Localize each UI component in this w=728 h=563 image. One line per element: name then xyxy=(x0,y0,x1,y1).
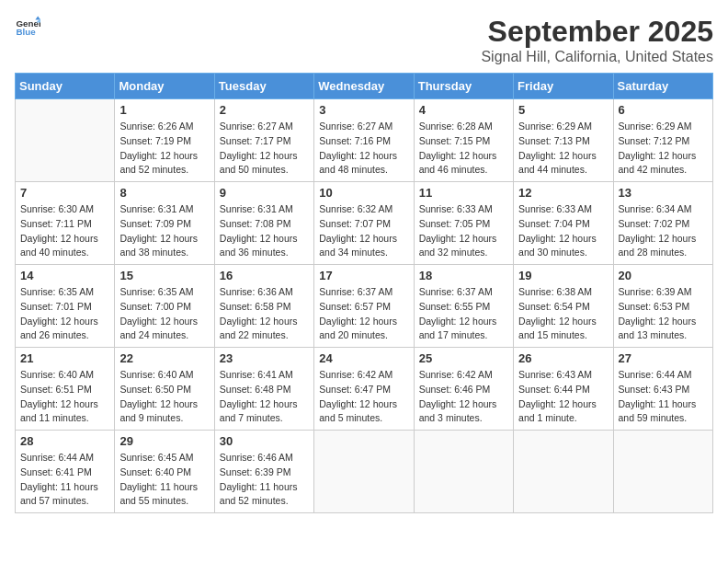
calendar-day-cell: 15Sunrise: 6:35 AM Sunset: 7:00 PM Dayli… xyxy=(115,265,214,348)
day-of-week-header: Wednesday xyxy=(314,74,414,99)
day-number: 23 xyxy=(220,351,309,365)
day-number: 8 xyxy=(119,186,209,200)
day-number: 30 xyxy=(220,434,309,448)
day-info: Sunrise: 6:31 AM Sunset: 7:09 PM Dayligh… xyxy=(119,202,209,260)
calendar-day-cell: 21Sunrise: 6:40 AM Sunset: 6:51 PM Dayli… xyxy=(16,348,115,431)
day-info: Sunrise: 6:33 AM Sunset: 7:05 PM Dayligh… xyxy=(419,202,508,260)
day-info: Sunrise: 6:34 AM Sunset: 7:02 PM Dayligh… xyxy=(619,202,708,260)
calendar-day-cell: 6Sunrise: 6:29 AM Sunset: 7:12 PM Daylig… xyxy=(613,99,712,182)
calendar-week-row: 7Sunrise: 6:30 AM Sunset: 7:11 PM Daylig… xyxy=(16,182,713,265)
calendar-day-cell: 18Sunrise: 6:37 AM Sunset: 6:55 PM Dayli… xyxy=(414,265,513,348)
day-number: 1 xyxy=(119,103,209,117)
calendar-day-cell: 22Sunrise: 6:40 AM Sunset: 6:50 PM Dayli… xyxy=(115,348,214,431)
day-number: 15 xyxy=(119,269,209,282)
calendar-day-cell: 27Sunrise: 6:44 AM Sunset: 6:43 PM Dayli… xyxy=(613,348,712,431)
day-info: Sunrise: 6:40 AM Sunset: 6:51 PM Dayligh… xyxy=(20,368,109,426)
month-title: September 2025 xyxy=(481,15,713,49)
day-info: Sunrise: 6:37 AM Sunset: 6:57 PM Dayligh… xyxy=(319,285,408,343)
calendar-day-cell: 13Sunrise: 6:34 AM Sunset: 7:02 PM Dayli… xyxy=(613,182,712,265)
day-number: 24 xyxy=(319,351,408,365)
day-of-week-header: Sunday xyxy=(16,74,115,99)
calendar-day-cell xyxy=(16,99,115,182)
calendar-day-cell: 16Sunrise: 6:36 AM Sunset: 6:58 PM Dayli… xyxy=(214,265,313,348)
day-of-week-header: Thursday xyxy=(414,74,513,99)
day-info: Sunrise: 6:42 AM Sunset: 6:47 PM Dayligh… xyxy=(319,368,408,426)
calendar-day-cell: 26Sunrise: 6:43 AM Sunset: 6:44 PM Dayli… xyxy=(514,348,613,431)
calendar-day-cell: 1Sunrise: 6:26 AM Sunset: 7:19 PM Daylig… xyxy=(115,99,214,182)
day-number: 2 xyxy=(220,103,309,117)
day-info: Sunrise: 6:29 AM Sunset: 7:12 PM Dayligh… xyxy=(619,120,708,178)
day-number: 10 xyxy=(319,186,408,200)
calendar-day-cell: 23Sunrise: 6:41 AM Sunset: 6:48 PM Dayli… xyxy=(214,348,313,431)
day-number: 18 xyxy=(419,269,508,282)
day-number: 11 xyxy=(419,186,508,200)
calendar-day-cell: 9Sunrise: 6:31 AM Sunset: 7:08 PM Daylig… xyxy=(214,182,313,265)
day-number: 20 xyxy=(619,269,708,282)
calendar-week-row: 28Sunrise: 6:44 AM Sunset: 6:41 PM Dayli… xyxy=(16,431,713,513)
day-info: Sunrise: 6:33 AM Sunset: 7:04 PM Dayligh… xyxy=(518,202,608,260)
day-number: 7 xyxy=(20,186,109,200)
day-number: 4 xyxy=(419,103,508,117)
day-number: 13 xyxy=(619,186,708,200)
day-number: 6 xyxy=(619,103,708,117)
day-number: 22 xyxy=(119,351,209,365)
day-info: Sunrise: 6:44 AM Sunset: 6:43 PM Dayligh… xyxy=(619,368,708,426)
day-of-week-header: Saturday xyxy=(613,74,712,99)
calendar-week-row: 14Sunrise: 6:35 AM Sunset: 7:01 PM Dayli… xyxy=(16,265,713,348)
day-of-week-header: Friday xyxy=(514,74,613,99)
calendar-body: 1Sunrise: 6:26 AM Sunset: 7:19 PM Daylig… xyxy=(16,99,713,513)
day-info: Sunrise: 6:35 AM Sunset: 7:00 PM Dayligh… xyxy=(119,285,209,343)
calendar-day-cell xyxy=(414,431,513,513)
day-of-week-header: Tuesday xyxy=(214,74,313,99)
calendar-day-cell: 19Sunrise: 6:38 AM Sunset: 6:54 PM Dayli… xyxy=(514,265,613,348)
title-area: September 2025 Signal Hill, California, … xyxy=(481,15,713,65)
day-info: Sunrise: 6:26 AM Sunset: 7:19 PM Dayligh… xyxy=(119,120,209,178)
day-info: Sunrise: 6:30 AM Sunset: 7:11 PM Dayligh… xyxy=(20,202,109,260)
logo: General Blue xyxy=(15,15,40,40)
day-info: Sunrise: 6:45 AM Sunset: 6:40 PM Dayligh… xyxy=(119,451,209,509)
day-info: Sunrise: 6:39 AM Sunset: 6:53 PM Dayligh… xyxy=(619,285,708,343)
calendar-day-cell xyxy=(314,431,414,513)
svg-text:Blue: Blue xyxy=(16,27,36,37)
day-number: 21 xyxy=(20,351,109,365)
day-number: 19 xyxy=(518,269,608,282)
calendar-day-cell: 5Sunrise: 6:29 AM Sunset: 7:13 PM Daylig… xyxy=(514,99,613,182)
calendar-table: SundayMondayTuesdayWednesdayThursdayFrid… xyxy=(15,73,713,513)
day-number: 9 xyxy=(220,186,309,200)
calendar-week-row: 1Sunrise: 6:26 AM Sunset: 7:19 PM Daylig… xyxy=(16,99,713,182)
page-header: General Blue September 2025 Signal Hill,… xyxy=(15,15,713,65)
day-number: 12 xyxy=(518,186,608,200)
calendar-day-cell xyxy=(514,431,613,513)
day-info: Sunrise: 6:38 AM Sunset: 6:54 PM Dayligh… xyxy=(518,285,608,343)
day-number: 27 xyxy=(619,351,708,365)
day-info: Sunrise: 6:29 AM Sunset: 7:13 PM Dayligh… xyxy=(518,120,608,178)
calendar-day-cell xyxy=(613,431,712,513)
day-number: 28 xyxy=(20,434,109,448)
day-info: Sunrise: 6:27 AM Sunset: 7:16 PM Dayligh… xyxy=(319,120,408,178)
calendar-day-cell: 17Sunrise: 6:37 AM Sunset: 6:57 PM Dayli… xyxy=(314,265,414,348)
day-info: Sunrise: 6:35 AM Sunset: 7:01 PM Dayligh… xyxy=(20,285,109,343)
day-info: Sunrise: 6:31 AM Sunset: 7:08 PM Dayligh… xyxy=(220,202,309,260)
day-info: Sunrise: 6:27 AM Sunset: 7:17 PM Dayligh… xyxy=(220,120,309,178)
day-number: 17 xyxy=(319,269,408,282)
day-info: Sunrise: 6:36 AM Sunset: 6:58 PM Dayligh… xyxy=(220,285,309,343)
calendar-day-cell: 7Sunrise: 6:30 AM Sunset: 7:11 PM Daylig… xyxy=(16,182,115,265)
calendar-day-cell: 12Sunrise: 6:33 AM Sunset: 7:04 PM Dayli… xyxy=(514,182,613,265)
day-number: 3 xyxy=(319,103,408,117)
day-info: Sunrise: 6:43 AM Sunset: 6:44 PM Dayligh… xyxy=(518,368,608,426)
calendar-day-cell: 20Sunrise: 6:39 AM Sunset: 6:53 PM Dayli… xyxy=(613,265,712,348)
calendar-day-cell: 8Sunrise: 6:31 AM Sunset: 7:09 PM Daylig… xyxy=(115,182,214,265)
day-number: 25 xyxy=(419,351,508,365)
day-info: Sunrise: 6:42 AM Sunset: 6:46 PM Dayligh… xyxy=(419,368,508,426)
day-info: Sunrise: 6:41 AM Sunset: 6:48 PM Dayligh… xyxy=(220,368,309,426)
logo-icon: General Blue xyxy=(15,15,40,40)
calendar-day-cell: 28Sunrise: 6:44 AM Sunset: 6:41 PM Dayli… xyxy=(16,431,115,513)
location-title: Signal Hill, California, United States xyxy=(481,49,713,65)
day-info: Sunrise: 6:44 AM Sunset: 6:41 PM Dayligh… xyxy=(20,451,109,509)
day-number: 26 xyxy=(518,351,608,365)
day-info: Sunrise: 6:28 AM Sunset: 7:15 PM Dayligh… xyxy=(419,120,508,178)
day-of-week-header: Monday xyxy=(115,74,214,99)
calendar-day-cell: 4Sunrise: 6:28 AM Sunset: 7:15 PM Daylig… xyxy=(414,99,513,182)
day-info: Sunrise: 6:32 AM Sunset: 7:07 PM Dayligh… xyxy=(319,202,408,260)
calendar-day-cell: 24Sunrise: 6:42 AM Sunset: 6:47 PM Dayli… xyxy=(314,348,414,431)
